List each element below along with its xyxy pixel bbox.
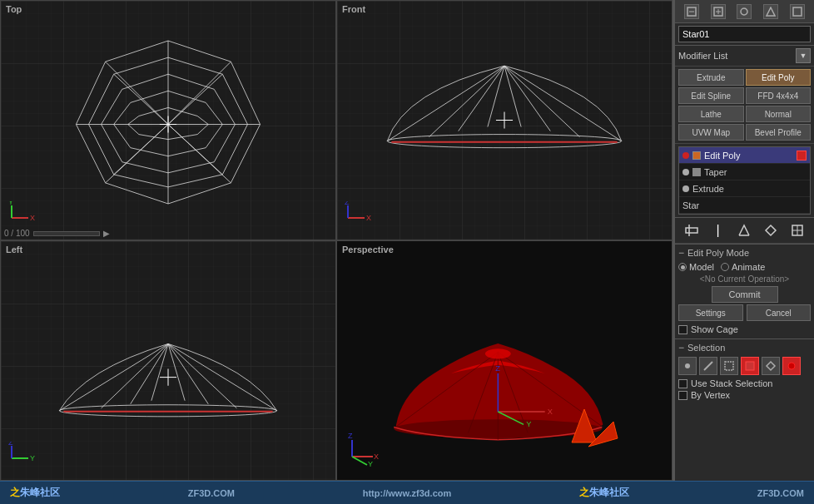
selection-section: − Selection — [675, 338, 814, 404]
model-radio-dot — [678, 263, 687, 271]
animate-label: Animate — [732, 262, 765, 272]
star-top-wireframe — [1, 1, 335, 240]
sel-icon-poly[interactable] — [741, 357, 759, 375]
svg-point-93 — [685, 363, 690, 368]
mode-icon-5[interactable] — [788, 221, 807, 240]
sel-icon-vertex[interactable] — [678, 357, 697, 375]
lathe-btn[interactable]: Lathe — [678, 106, 744, 122]
svg-line-47 — [168, 343, 277, 410]
mode-icon-3[interactable] — [735, 221, 753, 240]
normal-btn[interactable]: Normal — [746, 106, 812, 122]
animate-radio-dot — [721, 263, 729, 271]
stack-dot-taper — [682, 169, 689, 175]
viewport-left[interactable]: Left — [0, 240, 336, 481]
svg-marker-70 — [572, 409, 597, 442]
svg-rect-86 — [686, 228, 697, 233]
svg-line-76 — [352, 457, 367, 465]
show-cage-checkbox[interactable] — [678, 325, 687, 334]
panel-icon-4[interactable] — [763, 4, 778, 19]
by-vertex-label: By Vertex — [691, 390, 730, 400]
sel-icon-extra[interactable] — [782, 357, 801, 375]
animate-radio[interactable]: Animate — [721, 262, 765, 272]
panel-icon-5[interactable] — [790, 4, 805, 19]
commit-button[interactable]: Commit — [712, 286, 778, 303]
sel-icon-edge[interactable] — [699, 357, 717, 375]
svg-text:Z: Z — [8, 442, 13, 447]
bottom-center-right: 之朱峰社区 — [579, 486, 629, 500]
selection-icons-row — [678, 357, 811, 375]
use-stack-label: Use Stack Selection — [691, 378, 772, 388]
svg-text:Y: Y — [368, 460, 373, 467]
selection-header: − Selection — [678, 342, 811, 353]
svg-marker-84 — [767, 7, 775, 16]
mode-icon-4[interactable] — [762, 221, 780, 240]
object-name-input[interactable] — [678, 26, 811, 42]
svg-text:X: X — [366, 214, 371, 222]
use-stack-row: Use Stack Selection — [678, 378, 811, 388]
stack-dot-edit-poly — [682, 152, 689, 159]
svg-line-15 — [168, 74, 222, 124]
model-radio[interactable]: Model — [678, 262, 714, 272]
use-stack-checkbox[interactable] — [678, 379, 687, 388]
content-area: Top — [0, 0, 814, 481]
section-collapse[interactable]: − — [678, 247, 684, 259]
panel-icon-2[interactable] — [711, 4, 726, 19]
viewports-grid: Top — [0, 0, 674, 481]
uvw-map-btn[interactable]: UVW Map — [678, 124, 744, 141]
edit-spline-btn[interactable]: Edit Spline — [678, 87, 744, 104]
stack-star[interactable]: Star — [679, 197, 810, 214]
viewport-front[interactable]: Front — [336, 0, 673, 240]
mode-icon-1[interactable] — [682, 221, 701, 240]
bottom-right-text: ZF3D.COM — [757, 488, 804, 498]
svg-line-29 — [504, 66, 622, 141]
svg-text:Z: Z — [348, 433, 353, 440]
svg-text:X: X — [548, 408, 553, 416]
bevel-profile-btn[interactable]: Bevel Profile — [746, 124, 812, 141]
selection-title: Selection — [687, 343, 725, 353]
stack-extrude[interactable]: Extrude — [679, 180, 810, 197]
svg-line-14 — [106, 62, 168, 124]
stack-color-edit-poly — [692, 151, 701, 160]
sel-icon-element[interactable] — [762, 357, 780, 375]
edit-poly-btn[interactable]: Edit Poly — [746, 69, 812, 86]
viewport-top[interactable]: Top — [0, 0, 336, 240]
svg-text:Y: Y — [8, 201, 13, 206]
svg-rect-85 — [793, 7, 802, 16]
stack-label-extrude: Extrude — [692, 184, 807, 194]
selection-collapse[interactable]: − — [678, 342, 684, 353]
stack-label-star: Star — [682, 200, 807, 210]
svg-line-94 — [704, 362, 712, 370]
ffd-btn[interactable]: FFD 4x4x4 — [746, 87, 812, 104]
panel-icon-3[interactable] — [737, 4, 752, 19]
svg-line-34 — [504, 66, 550, 131]
svg-line-8 — [168, 62, 231, 124]
axis-left: Y Z — [7, 442, 49, 468]
viewport-perspective[interactable]: Perspective — [336, 240, 673, 481]
svg-marker-89 — [766, 225, 776, 235]
extrude-btn[interactable]: Extrude — [678, 69, 744, 86]
axis-front: X Z — [344, 201, 377, 228]
by-vertex-checkbox[interactable] — [678, 391, 687, 400]
stack-edit-poly[interactable]: Edit Poly — [679, 147, 810, 164]
mode-icon-2[interactable]: | — [709, 221, 727, 240]
panel-icon-1[interactable] — [684, 4, 699, 19]
front-wireframe — [337, 1, 672, 240]
modifier-list-row: Modifier List ▼ — [675, 46, 814, 67]
by-vertex-row: By Vertex — [678, 390, 811, 400]
edit-poly-mode-title: Edit Poly Mode — [687, 248, 749, 258]
edit-poly-mode-header: − Edit Poly Mode — [678, 247, 811, 259]
svg-line-35 — [504, 66, 579, 136]
settings-button[interactable]: Settings — [678, 304, 743, 321]
sel-icon-border[interactable] — [720, 357, 738, 375]
no-operation-text: <No Current Operation> — [678, 274, 811, 284]
bottom-center-left: ZF3D.COM — [188, 488, 235, 498]
modifier-stack: Edit Poly Taper Extrude Star — [678, 146, 811, 215]
svg-line-30 — [429, 66, 504, 136]
svg-text:X: X — [374, 452, 379, 461]
stack-taper[interactable]: Taper — [679, 164, 810, 180]
model-animate-row: Model Animate — [678, 262, 811, 272]
stack-label-edit-poly: Edit Poly — [704, 151, 793, 161]
svg-line-16 — [168, 125, 222, 175]
cancel-button[interactable]: Cancel — [747, 304, 812, 321]
modifier-list-dropdown[interactable]: ▼ — [796, 48, 811, 63]
